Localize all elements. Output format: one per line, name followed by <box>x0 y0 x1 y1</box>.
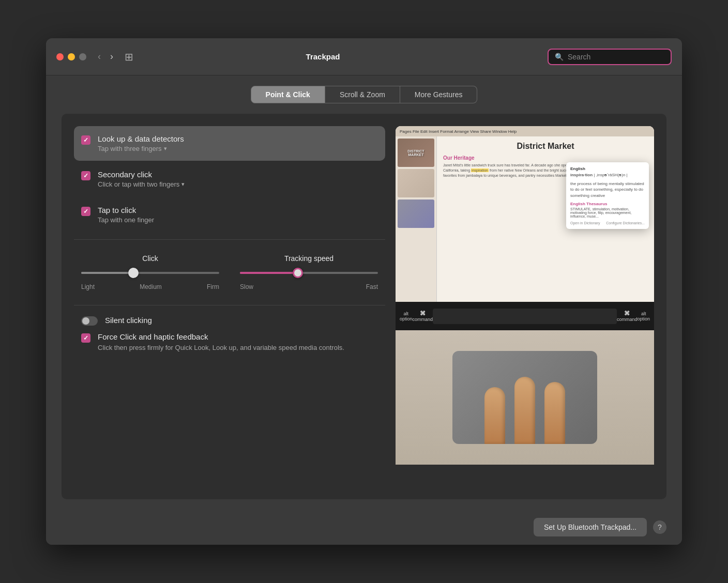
mac-content-area: DISTRICTMARKET District Market Our Herit… <box>396 136 654 302</box>
click-slider-fill <box>81 272 133 274</box>
tap-to-click-text: Tap to click Tap with one finger <box>98 206 378 224</box>
lookup-setting: ✓ Look up & data detectors Tap with thre… <box>74 126 385 161</box>
key-command-left: ⌘ command <box>413 310 433 322</box>
secondary-click-checkbox-wrap: ✓ <box>81 171 90 180</box>
mac-screenshot: Pages File Edit Insert Format Arrange Vi… <box>396 126 654 302</box>
toggle-knob <box>82 317 89 325</box>
force-click-item: ✓ Force Click and haptic feedback Click … <box>81 332 378 353</box>
check-icon-3: ✓ <box>83 208 88 215</box>
tap-to-click-checkbox-wrap: ✓ <box>81 207 90 216</box>
tracking-slider-track <box>240 272 378 274</box>
secondary-click-text: Secondary click Click or tap with two fi… <box>98 170 378 188</box>
lookup-popup-body: the process of being mentally stimulated… <box>570 181 645 198</box>
bottom-bar: Set Up Bluetooth Trackpad... ? <box>46 510 682 545</box>
force-click-checkbox[interactable]: ✓ <box>81 333 90 343</box>
mac-doc-title: District Market <box>443 142 648 151</box>
lookup-text: Look up & data detectors Tap with three … <box>98 134 378 152</box>
silent-clicking-title: Silent clicking <box>105 316 152 325</box>
lookup-checkbox-wrap: ✓ <box>81 135 90 145</box>
key-alt-right: alt option <box>637 311 650 321</box>
finger-2 <box>514 377 535 444</box>
check-icon: ✓ <box>83 136 88 144</box>
force-click-text: Force Click and haptic feedback Click th… <box>98 332 344 353</box>
force-click-checkbox-wrap: ✓ <box>81 333 90 343</box>
sliders-section: Click Light Medium Firm <box>74 246 385 299</box>
sidebar-thumb-2 <box>398 169 434 197</box>
click-slider-thumb[interactable] <box>128 268 139 278</box>
tracking-slider-thumb[interactable] <box>293 268 303 278</box>
keyboard-area: alt option ⌘ command ⌘ command alt opti <box>396 302 654 330</box>
lookup-title: Look up & data detectors <box>98 134 378 143</box>
bluetooth-setup-button[interactable]: Set Up Bluetooth Trackpad... <box>534 518 647 536</box>
divider-2 <box>74 305 385 305</box>
content-area: Point & Click Scroll & Zoom More Gesture… <box>46 75 682 510</box>
finger-1 <box>484 387 505 444</box>
mac-menubar: Pages File Edit Insert Format Arrange Vi… <box>396 126 654 136</box>
sidebar-thumb-1: DISTRICTMARKET <box>398 139 434 167</box>
finger-3 <box>544 382 565 444</box>
tab-scroll-zoom[interactable]: Scroll & Zoom <box>325 86 400 103</box>
key-command-right: ⌘ command <box>617 310 638 322</box>
tap-to-click-setting: ✓ Tap to click Tap with one finger <box>74 197 385 232</box>
click-label-medium: Medium <box>140 283 162 290</box>
lookup-open-dictionary[interactable]: Open in Dictionary <box>570 221 600 225</box>
search-input[interactable] <box>568 53 664 61</box>
click-label-firm: Firm <box>207 283 219 290</box>
search-box[interactable]: 🔍 <box>548 49 672 65</box>
tracking-slider-title: Tracking speed <box>284 254 333 263</box>
force-click-desc: Click then press firmly for Quick Look, … <box>98 343 344 353</box>
lookup-popup-actions: Open in Dictionary Configure Dictionarie… <box>570 221 645 225</box>
lookup-configure[interactable]: Configure Dictionaries... <box>606 221 645 225</box>
tap-to-click-checkbox[interactable]: ✓ <box>81 207 90 216</box>
tabs: Point & Click Scroll & Zoom More Gesture… <box>62 86 666 103</box>
help-button[interactable]: ? <box>653 520 666 534</box>
minimize-button[interactable] <box>68 53 75 60</box>
mac-menu-pages: Pages File Edit Insert Format Arrange Vi… <box>400 129 517 134</box>
settings-left: ✓ Look up & data detectors Tap with thre… <box>74 126 385 487</box>
click-slider-group: Click Light Medium Firm <box>81 254 219 290</box>
tap-to-click-title: Tap to click <box>98 206 378 214</box>
secondary-click-subtitle: Click or tap with two fingers ▾ <box>98 180 378 188</box>
window-controls <box>56 53 86 60</box>
sidebar-thumb-3 <box>398 200 434 228</box>
force-click-title: Force Click and haptic feedback <box>98 332 344 341</box>
bottom-settings: Silent clicking ✓ Force Click and haptic… <box>74 312 385 357</box>
main-panel: ✓ Look up & data detectors Tap with thre… <box>62 114 666 499</box>
titlebar: ‹ › ⊞ Trackpad 🔍 <box>46 38 682 75</box>
close-button[interactable] <box>56 53 64 60</box>
search-icon: 🔍 <box>555 53 564 61</box>
silent-clicking-toggle[interactable] <box>81 316 98 326</box>
click-label-light: Light <box>81 283 95 290</box>
tracking-slider-track-wrap <box>240 268 378 278</box>
secondary-click-chevron-icon[interactable]: ▾ <box>181 181 185 188</box>
divider-1 <box>74 239 385 240</box>
silent-clicking-item: Silent clicking <box>81 316 378 326</box>
spacebar <box>433 309 617 324</box>
tracking-slider-labels: Slow Fast <box>240 283 378 290</box>
preview-panel: Pages File Edit Insert Format Arrange Vi… <box>396 126 654 487</box>
lookup-thesaurus-text: STIMULATE, stimulation, motivation, moti… <box>570 207 645 218</box>
tab-point-click[interactable]: Point & Click <box>251 86 325 103</box>
tap-to-click-subtitle: Tap with one finger <box>98 216 378 224</box>
lookup-popup-title: English <box>570 166 645 171</box>
check-icon-4: ✓ <box>83 334 88 342</box>
trackpad-surface <box>452 351 597 444</box>
lookup-chevron-icon[interactable]: ▾ <box>164 145 167 152</box>
secondary-click-title: Secondary click <box>98 170 378 179</box>
mac-main: District Market Our Heritage Janet Mitst… <box>437 136 654 302</box>
lookup-subtitle: Tap with three fingers ▾ <box>98 145 378 152</box>
check-icon-2: ✓ <box>83 172 88 179</box>
lookup-popup-subtitle: inspira·tion | ˌinspəˈrāSH(ə)n | <box>570 172 645 178</box>
mac-doc-subtitle: Our Heritage <box>443 155 648 161</box>
secondary-click-checkbox[interactable]: ✓ <box>81 171 90 180</box>
maximize-button[interactable] <box>79 53 86 60</box>
window-title: Trackpad <box>98 52 548 61</box>
lookup-checkbox[interactable]: ✓ <box>81 135 90 145</box>
mac-sidebar: DISTRICTMARKET <box>396 136 437 302</box>
click-slider-track <box>81 272 219 274</box>
click-slider-labels: Light Medium Firm <box>81 283 219 290</box>
tab-more-gestures[interactable]: More Gestures <box>400 86 478 103</box>
main-window: ‹ › ⊞ Trackpad 🔍 Point & Click Scroll & … <box>46 38 682 545</box>
click-slider-track-wrap <box>81 268 219 278</box>
lookup-popup-thesaurus: English Thesaurus <box>570 202 645 206</box>
